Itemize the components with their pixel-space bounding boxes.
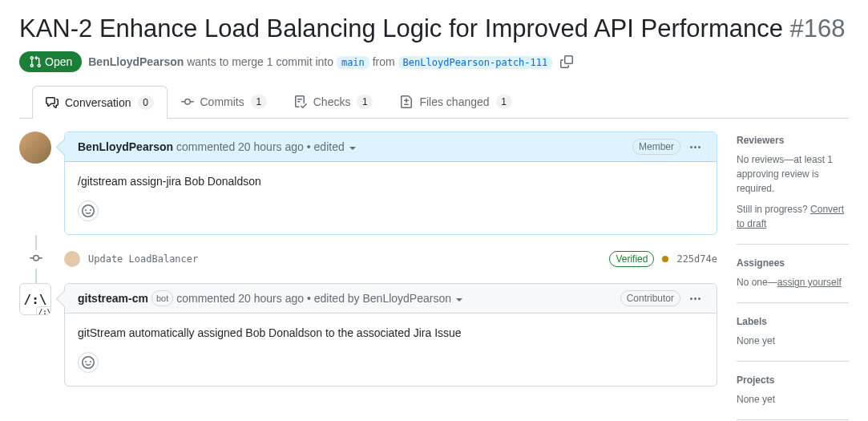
comment-discussion-icon: [46, 96, 59, 109]
git-pull-request-icon: [29, 55, 42, 68]
sidebar-text: None yet: [737, 334, 849, 348]
git-commit-icon: [181, 95, 194, 108]
sidebar-reviewers[interactable]: Reviewers No reviews—at least 1 approvin…: [737, 132, 849, 245]
checklist-icon: [294, 95, 307, 108]
tab-conversation[interactable]: Conversation 0: [32, 86, 168, 119]
pr-number: #168: [790, 14, 846, 43]
files-count: 1: [496, 95, 512, 109]
comment-timestamp[interactable]: commented 20 hours ago: [176, 140, 304, 153]
assign-yourself-link[interactable]: assign yourself: [777, 277, 842, 288]
edited-dropdown[interactable]: • edited by BenLloydPearson: [307, 292, 462, 305]
head-branch[interactable]: BenLloydPearson-patch-111: [398, 56, 553, 69]
avatar[interactable]: [19, 132, 51, 164]
commit-hash[interactable]: 225d74e: [676, 253, 717, 265]
comment-author[interactable]: gitstream-cm: [78, 292, 148, 305]
pr-meta-row: Open BenLloydPearson wants to merge 1 co…: [19, 51, 849, 72]
add-reaction-button[interactable]: [78, 200, 99, 221]
bot-badge: bot: [151, 290, 173, 306]
sidebar-text: None yet: [737, 392, 849, 407]
sidebar-text: No reviews—at least 1 approving review i…: [737, 152, 849, 196]
comment-1: BenLloydPearson commented 20 hours ago •…: [19, 132, 717, 235]
sidebar-projects[interactable]: Projects None yet: [737, 362, 849, 420]
mini-avatar[interactable]: [64, 251, 80, 267]
file-diff-icon: [400, 95, 413, 108]
status-badge-open: Open: [19, 51, 82, 72]
comment-author[interactable]: BenLloydPearson: [78, 140, 173, 153]
edited-dropdown[interactable]: • edited: [307, 140, 356, 153]
copy-icon[interactable]: [559, 54, 575, 70]
role-badge-member: Member: [632, 139, 680, 155]
conversation-count: 0: [138, 95, 154, 110]
kebab-menu[interactable]: [687, 294, 704, 303]
comment-2: /:\/:\ gitstream-cm bot commented 20 hou…: [19, 283, 717, 387]
comment-timestamp[interactable]: commented 20 hours ago: [176, 292, 304, 305]
add-reaction-button[interactable]: [78, 352, 99, 373]
tab-checks[interactable]: Checks 1: [281, 85, 387, 118]
role-badge-contributor: Contributor: [620, 290, 680, 306]
checks-count: 1: [357, 95, 373, 109]
verified-badge[interactable]: Verified: [609, 251, 654, 267]
git-commit-icon: [30, 252, 42, 265]
sidebar-assignees[interactable]: Assignees No one—assign yourself: [737, 245, 849, 303]
pr-tabs: Conversation 0 Commits 1 Checks 1 Files …: [19, 85, 849, 119]
smiley-icon: [82, 356, 95, 369]
sidebar-title: Reviewers: [737, 135, 849, 146]
author-link[interactable]: BenLloydPearson: [88, 55, 184, 68]
pr-title-text: KAN-2 Enhance Load Balancing Logic for I…: [19, 14, 783, 43]
status-dot-pending[interactable]: [662, 256, 668, 262]
comment-box: BenLloydPearson commented 20 hours ago •…: [64, 132, 717, 235]
comment-body: gitStream automatically assigned Bob Don…: [65, 314, 717, 352]
comment-body: /gitstream assign-jira Bob Donaldson: [65, 162, 717, 200]
kebab-menu[interactable]: [687, 143, 704, 152]
tab-files-changed[interactable]: Files changed 1: [386, 85, 525, 118]
bot-avatar[interactable]: /:\/:\: [19, 283, 51, 315]
comment-box: gitstream-cm bot commented 20 hours ago …: [64, 283, 717, 387]
smiley-icon: [82, 204, 95, 217]
status-label: Open: [45, 55, 72, 68]
sidebar-title: Labels: [737, 316, 849, 327]
commits-count: 1: [251, 95, 267, 109]
merge-description: BenLloydPearson wants to merge 1 commit …: [88, 55, 552, 68]
commit-message[interactable]: Update LoadBalancer: [88, 253, 601, 265]
pr-title: KAN-2 Enhance Load Balancing Logic for I…: [19, 13, 849, 45]
commit-row: Update LoadBalancer Verified 225d74e: [19, 248, 717, 270]
sidebar-title: Projects: [737, 374, 849, 386]
tab-commits[interactable]: Commits 1: [168, 85, 281, 118]
sidebar-labels[interactable]: Labels None yet: [737, 303, 849, 362]
base-branch[interactable]: main: [337, 56, 369, 69]
sidebar-title: Assignees: [737, 257, 849, 269]
